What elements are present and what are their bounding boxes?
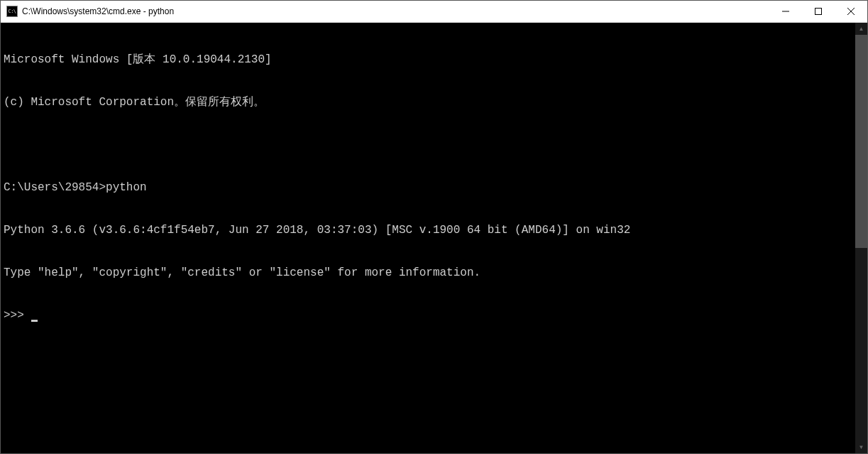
scrollbar-thumb[interactable]	[855, 35, 867, 248]
titlebar: C:\ C:\Windows\system32\cmd.exe - python	[1, 1, 867, 23]
prompt: C:\Users\29854>	[4, 181, 106, 194]
scroll-down-arrow-icon[interactable]: ▼	[855, 441, 867, 453]
maximize-icon	[815, 8, 822, 15]
python-prompt: >>>	[4, 309, 31, 322]
cmd-icon: C:\	[6, 6, 18, 17]
terminal-line	[4, 138, 855, 152]
window-title: C:\Windows\system32\cmd.exe - python	[22, 6, 769, 16]
terminal-container: Microsoft Windows [版本 10.0.19044.2130] (…	[1, 23, 867, 453]
minimize-icon	[782, 8, 789, 15]
command-input: python	[106, 181, 147, 194]
close-button[interactable]	[835, 1, 867, 22]
vertical-scrollbar[interactable]: ▲ ▼	[855, 23, 867, 453]
cursor	[31, 320, 38, 322]
terminal[interactable]: Microsoft Windows [版本 10.0.19044.2130] (…	[1, 23, 855, 453]
window-controls	[769, 1, 867, 22]
terminal-line: Microsoft Windows [版本 10.0.19044.2130]	[4, 53, 855, 67]
terminal-line: >>>	[4, 308, 855, 323]
terminal-line: (c) Microsoft Corporation。保留所有权利。	[4, 95, 855, 109]
terminal-line: Python 3.6.6 (v3.6.6:4cf1f54eb7, Jun 27 …	[4, 223, 855, 237]
scroll-up-arrow-icon[interactable]: ▲	[855, 23, 867, 35]
cmd-icon-text: C:\	[8, 9, 16, 14]
svg-rect-1	[815, 9, 822, 15]
terminal-line: C:\Users\29854>python	[4, 180, 855, 195]
maximize-button[interactable]	[802, 1, 835, 22]
close-icon	[847, 8, 855, 15]
minimize-button[interactable]	[769, 1, 802, 22]
terminal-line: Type "help", "copyright", "credits" or "…	[4, 266, 855, 280]
